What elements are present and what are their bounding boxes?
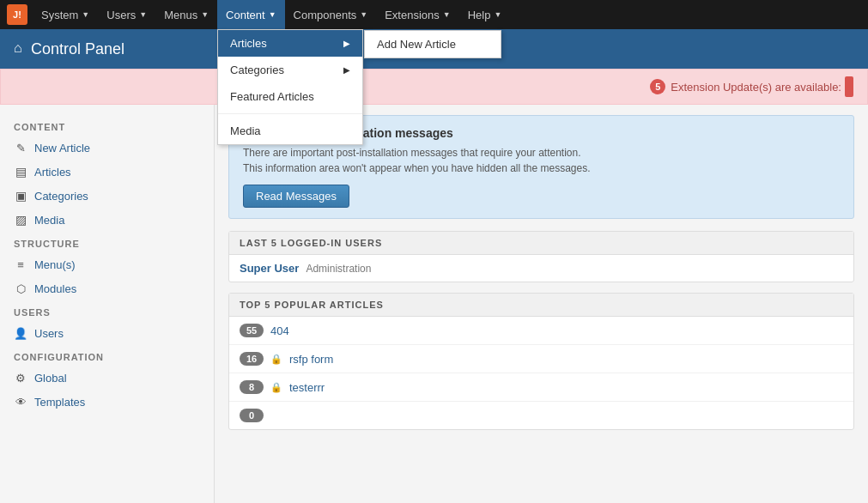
sidebar-item-label: Categories <box>34 190 88 203</box>
sidebar-item-categories[interactable]: ▣ Categories <box>0 184 214 208</box>
alert-text: Extension Update(s) are available: <box>671 81 841 94</box>
media-icon: ▨ <box>14 213 27 227</box>
lock-icon: 🔒 <box>270 354 282 365</box>
table-row: Super User Administration <box>229 255 853 282</box>
extension-update-badge: 5 <box>650 79 665 94</box>
articles-icon: ▤ <box>14 165 27 179</box>
edit-icon: ✎ <box>14 141 27 155</box>
main-layout: CONTENT ✎ New Article ▤ Articles ▣ Categ… <box>0 105 868 503</box>
content-menu-media[interactable]: Media <box>218 118 362 144</box>
eye-icon: 👁 <box>14 395 27 409</box>
caret-icon: ▼ <box>201 10 209 19</box>
sidebar-section-users: USERS <box>0 300 214 321</box>
gear-icon: ⚙ <box>14 371 27 385</box>
sidebar: CONTENT ✎ New Article ▤ Articles ▣ Categ… <box>0 105 215 503</box>
sidebar-item-modules[interactable]: ⬡ Modules <box>0 276 214 300</box>
article-count-badge: 8 <box>240 380 264 394</box>
nav-system[interactable]: System ▼ <box>33 0 98 29</box>
alert-bar: 5 Extension Update(s) are available: <box>0 69 868 105</box>
sidebar-item-label: Menu(s) <box>34 258 76 271</box>
sidebar-item-label: Modules <box>34 282 76 295</box>
sidebar-item-label: Users <box>34 327 64 340</box>
user-role: Administration <box>306 263 371 275</box>
sidebar-item-label: Templates <box>34 396 85 409</box>
nav-extensions[interactable]: Extensions ▼ <box>376 0 459 29</box>
sidebar-item-label: New Article <box>34 142 90 155</box>
sidebar-item-new-article[interactable]: ✎ New Article <box>0 136 214 160</box>
nav-content[interactable]: Content ▼ Articles ▶ Add New Article Cat… <box>217 0 284 29</box>
caret-icon: ▼ <box>360 10 367 19</box>
article-link[interactable]: 404 <box>270 324 289 337</box>
table-row: 55 404 <box>229 317 853 345</box>
submenu-arrow-icon: ▶ <box>343 65 350 75</box>
article-link[interactable]: rsfp form <box>289 353 333 366</box>
caret-icon: ▼ <box>82 10 89 19</box>
caret-icon: ▼ <box>443 10 451 19</box>
article-link[interactable]: testerrr <box>289 381 325 394</box>
table-row: 16 🔒 rsfp form <box>229 345 853 373</box>
add-new-article-item[interactable]: Add New Article <box>365 31 501 58</box>
popular-articles-header: TOP 5 POPULAR ARTICLES <box>229 294 853 317</box>
caret-icon: ▼ <box>494 10 501 19</box>
modules-icon: ⬡ <box>14 282 27 295</box>
menus-icon: ≡ <box>14 258 27 271</box>
content-menu-featured[interactable]: Featured Articles <box>218 83 362 110</box>
table-row: 0 <box>229 402 853 429</box>
logged-in-users-header: LAST 5 LOGGED-IN USERS <box>229 232 853 255</box>
sidebar-item-users[interactable]: 👤 Users <box>0 321 214 345</box>
sidebar-item-label: Global <box>34 372 67 385</box>
page-title: Control Panel <box>31 40 124 58</box>
content-area: You have post-installation messages Ther… <box>215 105 868 503</box>
caret-icon: ▼ <box>269 10 276 19</box>
lock-icon: 🔒 <box>270 382 282 393</box>
content-menu-articles[interactable]: Articles ▶ Add New Article <box>218 30 362 57</box>
sidebar-section-structure: STRUCTURE <box>0 232 214 252</box>
articles-submenu: Add New Article <box>364 30 501 58</box>
sidebar-section-content: CONTENT <box>0 115 214 136</box>
nav-help[interactable]: Help ▼ <box>459 0 511 29</box>
nav-users[interactable]: Users ▼ <box>98 0 155 29</box>
popular-articles-panel: TOP 5 POPULAR ARTICLES 55 404 16 🔒 rsfp … <box>228 293 854 430</box>
info-panel-line2: This information area won't appear when … <box>243 161 840 176</box>
nav-menus[interactable]: Menus ▼ <box>155 0 217 29</box>
alert-action-button[interactable] <box>845 76 853 97</box>
info-panel-line1: There are important post-installation me… <box>243 145 840 161</box>
sidebar-item-articles[interactable]: ▤ Articles <box>0 160 214 184</box>
sidebar-section-configuration: CONFIGURATION <box>0 345 214 366</box>
sidebar-item-media[interactable]: ▨ Media <box>0 208 214 232</box>
sidebar-item-menus[interactable]: ≡ Menu(s) <box>0 252 214 276</box>
article-count-badge: 16 <box>240 352 264 366</box>
sidebar-item-global[interactable]: ⚙ Global <box>0 366 214 390</box>
content-menu-categories[interactable]: Categories ▶ <box>218 57 362 83</box>
sidebar-item-label: Articles <box>34 166 71 179</box>
user-name[interactable]: Super User <box>240 262 299 275</box>
logged-in-users-panel: LAST 5 LOGGED-IN USERS Super User Admini… <box>228 231 854 282</box>
categories-icon: ▣ <box>14 189 27 203</box>
article-count-badge: 55 <box>240 324 264 337</box>
submenu-arrow-icon: ▶ <box>343 39 350 48</box>
home-icon: ⌂ <box>14 40 31 58</box>
sidebar-item-label: Media <box>34 214 64 227</box>
table-row: 8 🔒 testerrr <box>229 373 853 402</box>
read-messages-button[interactable]: Read Messages <box>243 185 349 208</box>
users-icon: 👤 <box>14 326 27 340</box>
caret-icon: ▼ <box>139 10 147 19</box>
joomla-logo: J! <box>7 4 27 25</box>
sidebar-item-templates[interactable]: 👁 Templates <box>0 390 214 414</box>
nav-components[interactable]: Components ▼ <box>285 0 377 29</box>
article-count-badge: 0 <box>240 409 264 422</box>
content-dropdown: Articles ▶ Add New Article Categories ▶ … <box>217 29 363 145</box>
top-navbar: J! System ▼ Users ▼ Menus ▼ Content ▼ Ar… <box>0 0 868 29</box>
